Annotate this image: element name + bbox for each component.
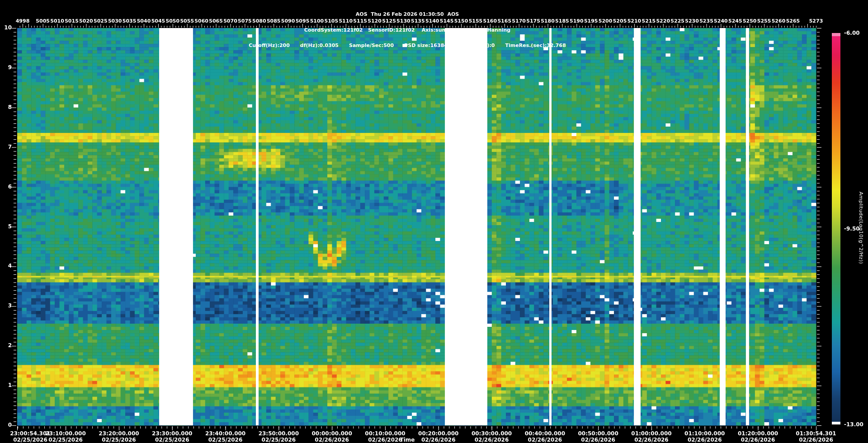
record-label: 5105 [325, 18, 339, 24]
record-label: 5110 [339, 18, 353, 24]
colorbar-tick-label: -13.00 [844, 421, 863, 428]
time-tick-label: 01:20:00.00002/26/2026 [729, 430, 788, 443]
time-tick-date: 02/25/2026 [196, 437, 255, 443]
frequency-tick-label: 9 [0, 64, 12, 71]
header-title: AOS Thu 26 Feb 2026 01:30:50 AOS [249, 12, 566, 17]
time-tick-label: 00:50:00.00002/26/2026 [569, 430, 627, 443]
record-label: 5160 [483, 18, 497, 24]
frequency-tick-label: 3 [0, 302, 12, 309]
record-label: 5080 [252, 18, 266, 24]
record-label: 5040 [137, 18, 151, 24]
record-label: 5260 [772, 18, 786, 24]
record-label: 5180 [541, 18, 555, 24]
record-label: 5190 [570, 18, 584, 24]
time-tick-date: 02/26/2026 [515, 437, 574, 443]
record-label: 5210 [627, 18, 642, 24]
time-tick-date: 02/25/2026 [90, 437, 148, 443]
spectrogram-app-window: AOS Thu 26 Feb 2026 01:30:50 AOS CoordSy… [0, 0, 868, 443]
time-tick-time: 23:30:00.000 [143, 430, 202, 437]
time-tick-date: 02/25/2026 [249, 437, 308, 443]
record-label: 5145 [440, 18, 454, 24]
time-tick-time: 00:00:00.000 [302, 430, 361, 437]
frequency-tick-label: 2 [0, 342, 12, 349]
record-label: 5005 [36, 18, 50, 24]
time-tick-time: 00:40:00.000 [515, 430, 574, 437]
time-tick-time: 01:00:00.000 [622, 430, 681, 437]
header-params-line2: Cutoff(Hz):200 df(Hz):0.0305 Sample/Sec:… [249, 43, 566, 48]
colorbar-tick-label: -6.00 [844, 30, 860, 36]
header-params-line1: CoordSystem:121f02 SensorID:121f02 Axis:… [249, 28, 566, 33]
record-label: 5240 [714, 18, 728, 24]
time-tick-date: 02/26/2026 [622, 437, 681, 443]
record-label: 5185 [555, 18, 569, 24]
record-label: 5245 [728, 18, 742, 24]
header: AOS Thu 26 Feb 2026 01:30:50 AOS CoordSy… [249, 1, 566, 59]
record-label: 5220 [656, 18, 670, 24]
record-label: 5055 [180, 18, 194, 24]
time-tick-date: 02/26/2026 [729, 437, 788, 443]
time-tick-label: 00:20:00.00002/26/2026 [409, 430, 468, 443]
record-label: 5155 [469, 18, 483, 24]
record-label: 5265 [786, 18, 800, 24]
colorbar-tick-label: -9.50 [844, 226, 860, 232]
record-label: 5085 [267, 18, 281, 24]
time-tick-label: 23:10:00.00002/25/2026 [36, 430, 95, 443]
time-tick-time: 00:30:00.000 [462, 430, 521, 437]
time-tick-label: 00:30:00.00002/26/2026 [462, 430, 521, 443]
time-tick-date: 02/26/2026 [675, 437, 734, 443]
frequency-tick-label: 7 [0, 144, 12, 150]
time-tick-date: 02/26/2026 [569, 437, 627, 443]
time-tick-label: 23:40:00.00002/25/2026 [196, 430, 255, 443]
record-label: 5050 [166, 18, 180, 24]
record-label: 5015 [65, 18, 79, 24]
time-tick-time: 23:20:00.000 [90, 430, 148, 437]
time-tick-time: 23:50:00.000 [249, 430, 308, 437]
time-tick-label: 23:20:00.00002/25/2026 [90, 430, 148, 443]
time-tick-label: 00:00:00.00002/26/2026 [302, 430, 361, 443]
record-label: 5035 [123, 18, 137, 24]
record-label: 5205 [613, 18, 627, 24]
record-label: 5200 [599, 18, 613, 24]
frequency-tick-label: 10 [0, 24, 12, 31]
record-label: 5165 [497, 18, 511, 24]
time-tick-label: 00:40:00.00002/26/2026 [515, 430, 574, 443]
record-label: 5225 [670, 18, 684, 24]
time-tick-date: 02/26/2026 [302, 437, 361, 443]
time-tick-date: 02/26/2026 [787, 437, 845, 443]
frequency-tick-label: 6 [0, 184, 12, 190]
colorbar-axis-title: Amplitude(Log10(g^2/Hz)) [858, 192, 864, 264]
time-tick-date: 02/26/2026 [409, 437, 468, 443]
record-label: 5175 [526, 18, 540, 24]
record-label: 5075 [238, 18, 252, 24]
frequency-tick-label: 0 [0, 422, 12, 428]
record-label: 5070 [223, 18, 237, 24]
time-tick-time: 00:50:00.000 [569, 430, 627, 437]
time-tick-date: 02/26/2026 [462, 437, 521, 443]
record-label: 5060 [194, 18, 208, 24]
record-label: 5045 [151, 18, 165, 24]
record-label: 5030 [108, 18, 122, 24]
time-axis-title: Time [400, 437, 415, 443]
record-label: 5065 [209, 18, 223, 24]
time-tick-label: 01:30:54.30102/26/2026 [787, 430, 845, 443]
record-label: 5130 [396, 18, 410, 24]
record-label: 5230 [685, 18, 699, 24]
record-label: 5195 [584, 18, 598, 24]
time-tick-time: 01:30:54.301 [787, 430, 845, 437]
frequency-tick-label: 5 [0, 223, 12, 230]
record-label: 5025 [94, 18, 108, 24]
time-tick-date: 02/25/2026 [36, 437, 95, 443]
record-label: 5140 [425, 18, 439, 24]
record-label: 5215 [642, 18, 656, 24]
record-label: 5095 [296, 18, 310, 24]
record-label: 5150 [454, 18, 468, 24]
time-tick-time: 00:10:00.000 [356, 430, 415, 437]
record-label: 5090 [281, 18, 295, 24]
spectrogram-plot-canvas[interactable] [0, 0, 868, 443]
time-tick-time: 00:20:00.000 [409, 430, 468, 437]
frequency-tick-label: 8 [0, 104, 12, 110]
record-label: 5135 [411, 18, 425, 24]
time-tick-label: 23:50:00.00002/25/2026 [249, 430, 308, 443]
record-label: 5100 [310, 18, 324, 24]
record-label: 5010 [50, 18, 64, 24]
